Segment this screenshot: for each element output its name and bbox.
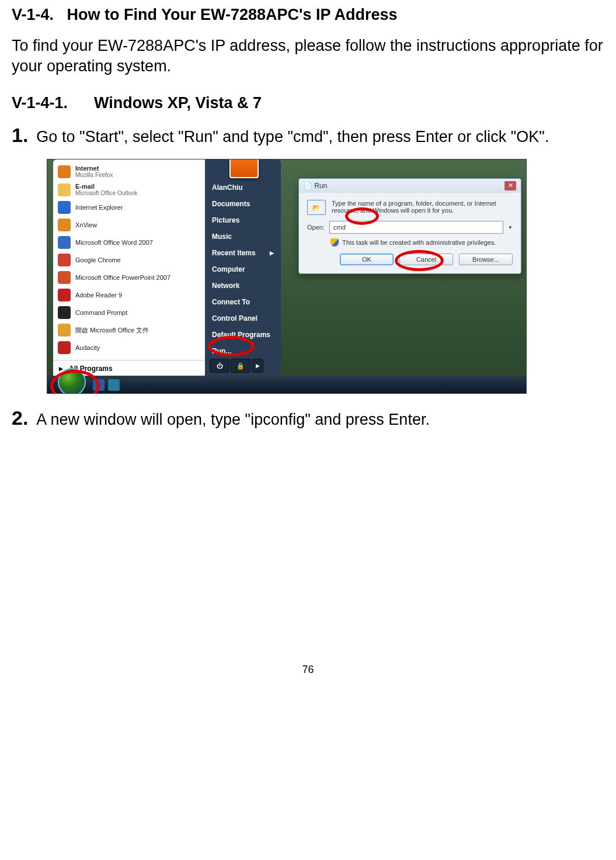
step-1: 1. Go to "Start", select "Run" and type … bbox=[12, 125, 604, 147]
start-menu-recent-item[interactable]: Command Prompt bbox=[53, 304, 205, 321]
uac-shield-icon bbox=[330, 238, 339, 247]
app-icon bbox=[58, 271, 71, 284]
start-menu-recent-item[interactable]: Microsoft Office PowerPoint 2007 bbox=[53, 269, 205, 286]
start-right-item[interactable]: Computer bbox=[205, 261, 281, 278]
recent-label: Adobe Reader 9 bbox=[75, 292, 122, 299]
subsection-number: V-1-4-1. bbox=[12, 94, 68, 112]
start-right-item[interactable]: Connect To bbox=[205, 294, 281, 310]
start-menu-recent-item[interactable]: Internet Explorer bbox=[53, 199, 205, 216]
power-menu-arrow[interactable]: ▶ bbox=[252, 359, 263, 373]
open-label: Open: bbox=[307, 224, 325, 231]
start-menu-recent-item[interactable]: 開啟 Microsoft Office 文件 bbox=[53, 321, 205, 339]
power-off-button[interactable]: ⏻ bbox=[210, 359, 229, 373]
start-menu-recent-item[interactable]: Audacity bbox=[53, 339, 205, 356]
start-right-label: Connect To bbox=[212, 298, 250, 306]
recent-label: Command Prompt bbox=[75, 309, 127, 316]
start-right-item[interactable]: Music bbox=[205, 228, 281, 245]
step-text: Go to "Start", select "Run" and type "cm… bbox=[36, 127, 549, 147]
pinned-subtitle: Microsoft Office Outlook bbox=[75, 190, 138, 196]
start-menu-pinned-item[interactable]: E-mailMicrosoft Office Outlook bbox=[53, 181, 205, 199]
start-right-label: Pictures bbox=[212, 216, 239, 224]
start-right-item[interactable]: Network bbox=[205, 278, 281, 294]
app-icon bbox=[58, 306, 71, 319]
app-icon bbox=[58, 219, 71, 231]
start-right-item[interactable]: Documents bbox=[205, 196, 281, 212]
app-icon bbox=[58, 165, 71, 178]
intro-paragraph: To find your EW-7288APC's IP address, pl… bbox=[12, 36, 604, 77]
start-menu-recent-item[interactable]: XnView bbox=[53, 216, 205, 234]
start-right-label: Control Panel bbox=[212, 314, 257, 322]
recent-label: XnView bbox=[75, 221, 97, 228]
start-menu-recent-item[interactable]: Google Chrome bbox=[53, 251, 205, 269]
step-number: 1. bbox=[12, 125, 28, 145]
app-icon bbox=[58, 183, 71, 196]
step-number: 2. bbox=[12, 408, 28, 428]
section-heading: V-1-4. How to Find Your EW-7288APC's IP … bbox=[12, 6, 604, 24]
start-right-label: Documents bbox=[212, 200, 250, 208]
start-menu-recent-item[interactable]: Microsoft Office Word 2007 bbox=[53, 234, 205, 251]
close-icon[interactable]: ✕ bbox=[504, 181, 516, 190]
start-menu-pinned-item[interactable]: InternetMozilla Firefox bbox=[53, 162, 205, 181]
app-icon bbox=[58, 289, 71, 301]
start-right-item[interactable]: Recent Items▶ bbox=[205, 245, 281, 261]
lock-button[interactable]: 🔒 bbox=[231, 359, 250, 373]
start-right-label: Network bbox=[212, 282, 239, 290]
browse-button[interactable]: Browse... bbox=[459, 254, 513, 265]
start-menu-recent-item[interactable]: Adobe Reader 9 bbox=[53, 286, 205, 304]
chevron-right-icon: ▶ bbox=[270, 250, 274, 256]
app-icon bbox=[58, 341, 71, 354]
step-2: 2. A new window will open, type "ipconfi… bbox=[12, 408, 604, 430]
pinned-title: E-mail bbox=[75, 183, 95, 190]
start-right-label: Computer bbox=[212, 265, 245, 273]
app-icon bbox=[58, 254, 71, 266]
app-icon bbox=[58, 201, 71, 214]
screenshot-container: InternetMozilla FirefoxE-mailMicrosoft O… bbox=[47, 159, 525, 394]
run-dialog-titlebar: 📄 Run ✕ bbox=[299, 179, 521, 193]
recent-label: Microsoft Office Word 2007 bbox=[75, 239, 153, 246]
app-icon bbox=[58, 324, 71, 337]
step-text: A new window will open, type "ipconfig" … bbox=[36, 410, 430, 430]
pinned-title: Internet bbox=[75, 165, 99, 172]
recent-label: Audacity bbox=[75, 344, 100, 351]
pinned-subtitle: Mozilla Firefox bbox=[75, 172, 113, 178]
admin-note: This task will be created with administr… bbox=[342, 239, 496, 246]
run-dialog-title: Run bbox=[314, 182, 327, 190]
app-icon bbox=[58, 236, 71, 249]
start-right-label: Music bbox=[212, 233, 232, 241]
section-title-text: How to Find Your EW-7288APC's IP Address bbox=[67, 6, 398, 23]
recent-label: Internet Explorer bbox=[75, 204, 123, 211]
recent-label: Google Chrome bbox=[75, 256, 121, 263]
taskbar bbox=[47, 376, 526, 393]
run-icon: 📂 bbox=[307, 200, 326, 215]
subsection-heading: V-1-4-1. Windows XP, Vista & 7 bbox=[12, 94, 604, 112]
start-right-item[interactable]: Pictures bbox=[205, 212, 281, 228]
recent-label: 開啟 Microsoft Office 文件 bbox=[75, 326, 149, 335]
start-right-label: Recent Items bbox=[212, 249, 256, 257]
power-button-row: ⏻ 🔒 ▶ bbox=[210, 359, 263, 373]
recent-label: Microsoft Office PowerPoint 2007 bbox=[75, 274, 170, 281]
start-menu-left-panel: InternetMozilla FirefoxE-mailMicrosoft O… bbox=[53, 159, 205, 376]
section-number: V-1-4. bbox=[12, 6, 54, 23]
start-right-label: AlanChiu bbox=[212, 183, 243, 192]
page-number: 76 bbox=[12, 664, 604, 676]
dropdown-arrow-icon[interactable]: ▼ bbox=[508, 225, 513, 230]
windows-vista-screenshot: InternetMozilla FirefoxE-mailMicrosoft O… bbox=[47, 159, 527, 394]
subsection-title-text: Windows XP, Vista & 7 bbox=[94, 94, 262, 112]
taskbar-quicklaunch-icon[interactable] bbox=[108, 379, 120, 391]
start-right-item[interactable]: Control Panel bbox=[205, 310, 281, 327]
start-right-item[interactable]: AlanChiu bbox=[205, 179, 281, 196]
user-picture-icon bbox=[229, 159, 259, 178]
ok-button[interactable]: OK bbox=[340, 254, 394, 265]
